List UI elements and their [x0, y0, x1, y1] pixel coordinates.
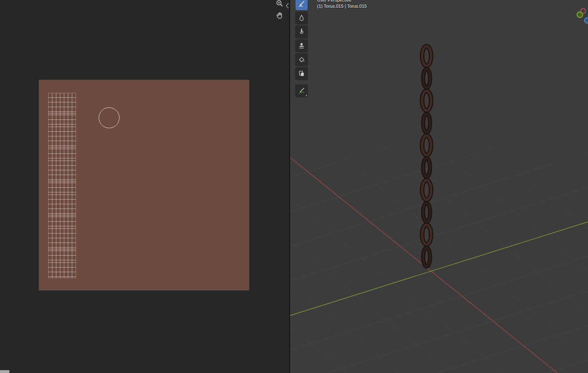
bottom-corner-panel [0, 370, 9, 373]
brush-cursor [98, 107, 120, 128]
paint-canvas[interactable] [39, 80, 249, 290]
stamp-icon [298, 42, 305, 49]
droplet-icon [298, 14, 305, 22]
magnifier-plus-icon [275, 0, 284, 7]
active-object-label: (1) Torus.015 | Torus.015 [317, 3, 367, 9]
blender-window: User Perspective (1) Torus.015 | Torus.0… [0, 0, 588, 373]
tool-fill-button[interactable] [295, 54, 308, 66]
view-perspective-label: User Perspective [317, 0, 367, 3]
navigation-gizmo[interactable] [574, 7, 588, 25]
mask-layers-icon [298, 70, 305, 77]
tool-clone-button[interactable] [295, 40, 308, 52]
tool-mask-button[interactable] [295, 67, 308, 80]
tool-smear-button[interactable] [295, 26, 308, 38]
chevron-left-icon [285, 2, 289, 9]
viewport-toolbar [295, 0, 308, 97]
axis-lines [290, 148, 588, 373]
image-editor-pane [0, 0, 289, 373]
gizmo-z-axis[interactable] [585, 18, 588, 23]
tool-soften-button[interactable] [295, 12, 308, 24]
viewport-header: User Perspective (1) Torus.015 | Torus.0… [317, 0, 367, 9]
uv-grid-overlay [48, 93, 76, 278]
annotate-pen-icon [298, 87, 305, 94]
gizmo-y-axis[interactable] [577, 12, 583, 18]
chain-object[interactable] [422, 46, 431, 266]
hand-icon [275, 11, 284, 19]
pan-button[interactable] [275, 11, 284, 19]
viewport-3d-pane: User Perspective (1) Torus.015 | Torus.0… [290, 0, 588, 373]
collapse-region-button[interactable] [284, 2, 289, 9]
image-editor-overlay-tools [275, 0, 284, 19]
smear-finger-icon [298, 28, 305, 36]
tool-annotate-button[interactable] [295, 85, 308, 97]
floor-grid [290, 0, 588, 373]
scene-3d-view[interactable] [290, 0, 588, 373]
flyout-corner-icon [305, 94, 307, 96]
tool-draw-button[interactable] [295, 0, 308, 10]
zoom-button[interactable] [275, 0, 284, 7]
paintbrush-icon [298, 0, 305, 8]
paint-bucket-icon [298, 56, 305, 63]
